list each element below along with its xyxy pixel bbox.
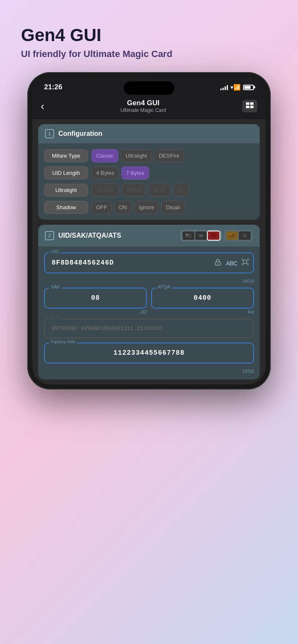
factory-input[interactable]: 1122334455667788 <box>44 343 254 364</box>
status-time: 21:26 <box>44 83 62 91</box>
atqa-counter: 4/4 <box>151 309 254 314</box>
factory-field-label: Factory Info <box>49 339 77 344</box>
battery-icon <box>243 85 254 90</box>
shadow-row: Shadow OFF ON Ignore Disab <box>44 201 254 214</box>
ignore-option[interactable]: Ignore <box>134 201 159 214</box>
atqa-field-wrap: ATQA 0400 <box>151 288 254 309</box>
svg-rect-7 <box>199 234 203 237</box>
shadow-label: Shadow <box>44 201 88 214</box>
uid-section-body: UID 8F8D848456246D <box>38 247 260 379</box>
svg-rect-15 <box>243 260 247 264</box>
nav-bar: ‹ Gen4 GUI Ultimate Magic Card <box>32 95 266 119</box>
sak-input[interactable]: 08 <box>44 288 147 309</box>
svg-rect-3 <box>250 106 254 108</box>
dynamic-island <box>124 81 174 95</box>
mifare-type-label: Mifare Type <box>44 149 88 162</box>
uid-header-left: 2 UID/SAK/ATQA/ATS <box>45 231 121 240</box>
off-option[interactable]: OFF <box>91 201 112 214</box>
thumb-group-1[interactable] <box>180 230 222 242</box>
uid-length-row: UID Length 4 Bytes 7 Bytes <box>44 166 254 179</box>
nav-title: Gen4 GUI <box>120 99 166 107</box>
nav-subtitle: Ultimate Magic Card <box>120 107 166 113</box>
configuration-card: 1 Configuration Mifare Type Classic Ultr… <box>38 124 260 220</box>
thumb-card-1 <box>183 231 194 240</box>
uid-length-options: 4 Bytes 7 Bytes <box>91 166 149 179</box>
uid-section-title: UID/SAK/ATQA/ATS <box>58 232 121 239</box>
ats-field-wrap: ATS 09780091 02DABC1910101111 21314151 <box>44 319 254 338</box>
back-button[interactable]: ‹ <box>41 100 44 113</box>
page-title: Gen4 GUI <box>21 25 277 45</box>
atqa-input[interactable]: 0400 <box>151 288 254 309</box>
4bytes-option[interactable]: 4 Bytes <box>91 166 119 179</box>
svg-rect-5 <box>186 234 188 235</box>
on-option[interactable]: ON <box>114 201 132 214</box>
scan-icon[interactable] <box>241 258 249 268</box>
signal-icon <box>220 84 228 90</box>
ultralight-option[interactable]: Ultralight <box>121 149 152 162</box>
ultralight-label: Ultralight <box>44 184 88 197</box>
mifare-type-row: Mifare Type Classic Ultralight DESFire <box>44 149 254 162</box>
ultralight-row: Ultralight UL EV1 NTAG UL-C UL <box>44 184 254 197</box>
sak-field-half: SAK 08 2/2 <box>44 288 147 314</box>
7bytes-option[interactable]: 7 Bytes <box>121 166 149 179</box>
phone-frame: 21:26 ▾📶 ‹ Gen4 GUI Ultimate Magic Card <box>27 72 271 390</box>
ntag-option[interactable]: NTAG <box>122 184 146 197</box>
uid-counter: 14/14 <box>44 278 254 283</box>
configuration-body: Mifare Type Classic Ultralight DESFire U… <box>38 143 260 220</box>
ulev1-option[interactable]: UL EV1 <box>91 184 119 197</box>
desfire-option[interactable]: DESFire <box>154 149 184 162</box>
svg-rect-8 <box>211 234 217 238</box>
configuration-header: 1 Configuration <box>38 124 260 143</box>
svg-point-12 <box>243 234 246 237</box>
uid-field-label: UID <box>49 249 60 254</box>
sak-field-label: SAK <box>49 284 62 289</box>
uid-section-icon: 2 <box>45 231 54 240</box>
ats-input[interactable]: 09780091 02DABC1910101111 21314151 <box>44 319 254 338</box>
nav-center: Gen4 GUI Ultimate Magic Card <box>120 99 166 113</box>
atqa-field-half: ATQA 0400 4/4 <box>151 288 254 314</box>
thumb-group-2[interactable] <box>224 230 253 242</box>
thumb-card-3 <box>208 231 220 240</box>
shadow-options: OFF ON Ignore Disab <box>91 201 185 214</box>
config-section-icon: 1 <box>45 129 54 138</box>
wifi-icon: ▾📶 <box>230 84 240 91</box>
uid-actions: ABC <box>214 258 249 268</box>
uid-length-label: UID Length <box>44 166 88 179</box>
svg-rect-1 <box>250 102 254 105</box>
svg-rect-2 <box>246 106 249 108</box>
ul-option[interactable]: UL <box>173 184 189 197</box>
atqa-field-label: ATQA <box>156 284 172 289</box>
page-subtitle: UI friendly for Ultimate Magic Card <box>21 49 277 60</box>
grid-icon <box>246 102 254 110</box>
nav-action-button[interactable] <box>242 100 257 112</box>
status-icons: ▾📶 <box>220 84 254 91</box>
svg-rect-0 <box>246 102 249 105</box>
ulc-option[interactable]: UL-C <box>148 184 170 197</box>
svg-rect-10 <box>230 234 232 235</box>
ultralight-options: UL EV1 NTAG UL-C UL <box>91 184 189 197</box>
classic-option[interactable]: Classic <box>91 149 118 162</box>
phone-screen: 21:26 ▾📶 ‹ Gen4 GUI Ultimate Magic Card <box>32 77 266 384</box>
thumb-card-4 <box>226 231 238 240</box>
factory-counter: 16/16 <box>44 369 254 374</box>
sak-counter: 2/2 <box>44 309 147 314</box>
uid-section-header: 2 UID/SAK/ATQA/ATS <box>38 225 260 247</box>
sak-field-wrap: SAK 08 <box>44 288 147 309</box>
factory-field-wrap: Factory Info 1122334455667788 <box>44 343 254 364</box>
thumb-card-2 <box>195 231 207 240</box>
ats-field-label: ATS <box>49 315 61 320</box>
page-header: Gen4 GUI UI friendly for Ultimate Magic … <box>0 25 298 60</box>
battery-fill <box>244 86 251 89</box>
config-section-title: Configuration <box>58 130 102 138</box>
clean-icon[interactable] <box>214 258 222 267</box>
uid-field-wrap: UID 8F8D848456246D <box>44 252 254 273</box>
disable-option[interactable]: Disab <box>161 201 184 214</box>
status-bar: 21:26 ▾📶 <box>32 77 266 95</box>
screen-content: 1 Configuration Mifare Type Classic Ultr… <box>32 119 266 384</box>
mifare-type-options: Classic Ultralight DESFire <box>91 149 184 162</box>
card-thumbnails <box>180 230 253 242</box>
sak-atqa-row: SAK 08 2/2 ATQA 0400 <box>44 288 254 314</box>
abc-icon[interactable]: ABC <box>226 260 237 266</box>
thumb-card-5 <box>239 231 251 240</box>
uid-section-card: 2 UID/SAK/ATQA/ATS <box>38 225 260 379</box>
